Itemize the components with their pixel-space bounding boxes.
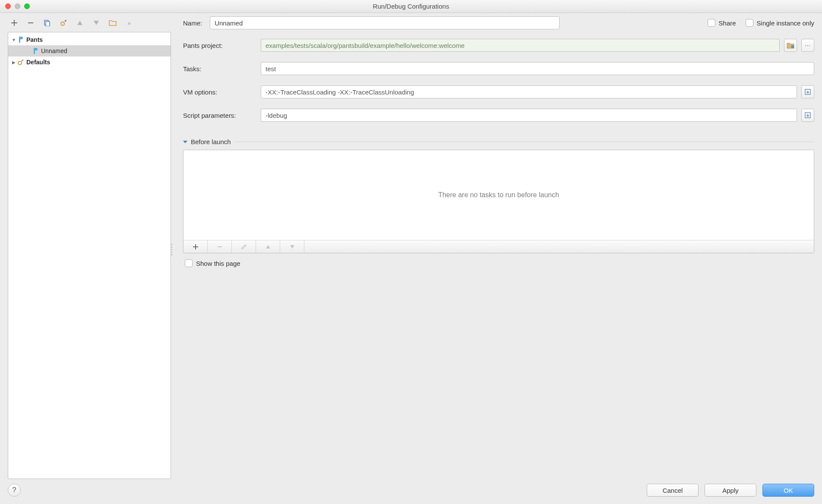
before-launch-list: There are no tasks to run before launch [183,150,814,253]
expand-script-button[interactable] [801,109,814,122]
sidebar-toolbar: » [8,16,171,32]
tree-node-defaults[interactable]: ▶ Defaults [8,57,171,68]
tasks-label: Tasks: [183,65,261,72]
edit-task-button [232,240,256,253]
disclosure-closed-icon: ▶ [11,60,17,65]
expand-vm-button[interactable] [801,85,814,98]
help-button[interactable]: ? [8,484,21,497]
share-label: Share [719,19,736,27]
defaults-icon [17,58,25,66]
add-task-button[interactable] [183,240,208,253]
settings-config-button[interactable] [59,18,68,28]
tree-node-pants[interactable]: ▼ Pants [8,34,171,45]
checkbox-icon [185,259,193,267]
pants-project-label: Pants project: [183,42,261,49]
vm-options-label: VM options: [183,88,261,96]
tree-node-unnamed[interactable]: Unnamed [8,45,171,57]
browse-project-button[interactable] [784,39,797,52]
zoom-window-icon[interactable] [24,3,30,9]
checkbox-icon [708,19,715,27]
tree-label: Pants [26,36,43,43]
add-config-button[interactable] [9,18,19,28]
ok-button[interactable]: OK [762,484,814,497]
more-project-button[interactable]: ⋯ [801,39,814,52]
form-panel: Name: Share Single instance only Pants p… [171,16,814,479]
show-page-label: Show this page [196,260,240,267]
name-input[interactable] [210,16,560,29]
apply-button[interactable]: Apply [705,484,756,497]
vm-options-input[interactable] [261,85,797,98]
task-down-button [280,240,304,253]
single-instance-label: Single instance only [757,19,814,27]
svg-rect-2 [46,22,50,26]
dialog-footer: ? Cancel Apply OK [0,479,822,501]
share-checkbox[interactable]: Share [708,19,736,27]
svg-point-4 [18,61,22,65]
divider [234,142,814,142]
copy-config-button[interactable] [42,18,52,28]
chevron-down-icon [183,141,187,143]
before-launch-title: Before launch [191,138,231,145]
before-launch-empty: There are no tasks to run before launch [438,191,559,199]
traffic-lights [0,3,30,9]
cancel-button[interactable]: Cancel [647,484,699,497]
splitter-grip-icon[interactable] [171,244,172,255]
svg-rect-8 [218,246,222,247]
titlebar: Run/Debug Configurations [0,0,822,13]
name-label: Name: [183,19,202,27]
pants-icon [32,47,39,55]
show-page-checkbox[interactable]: Show this page [185,259,240,267]
script-params-label: Script parameters: [183,112,261,119]
script-params-input[interactable] [261,109,797,122]
svg-rect-5 [791,45,794,48]
move-down-button[interactable] [92,18,101,28]
tree-label: Defaults [26,59,50,66]
expand-toolbar-icon[interactable]: » [124,18,134,28]
checkbox-icon [746,19,753,27]
pants-project-input[interactable] [261,39,780,52]
pants-icon [17,36,25,44]
remove-config-button[interactable] [26,18,35,28]
tree-label: Unnamed [41,47,67,54]
remove-task-button [208,240,232,253]
disclosure-open-icon: ▼ [11,38,17,42]
config-tree: ▼ Pants Unnamed ▶ Defaults [8,32,171,479]
close-window-icon[interactable] [5,3,11,9]
folder-button[interactable] [108,18,117,28]
task-up-button [256,240,280,253]
minimize-window-icon [15,3,20,9]
sidebar: » ▼ Pants Unnamed ▶ [8,16,171,479]
before-launch-toolbar [183,240,814,253]
before-launch-header[interactable]: Before launch [183,138,814,145]
svg-point-3 [61,22,64,25]
single-instance-checkbox[interactable]: Single instance only [746,19,814,27]
move-up-button[interactable] [75,18,85,28]
window-title: Run/Debug Configurations [0,3,822,10]
tasks-input[interactable] [261,62,814,75]
svg-rect-0 [28,22,33,23]
